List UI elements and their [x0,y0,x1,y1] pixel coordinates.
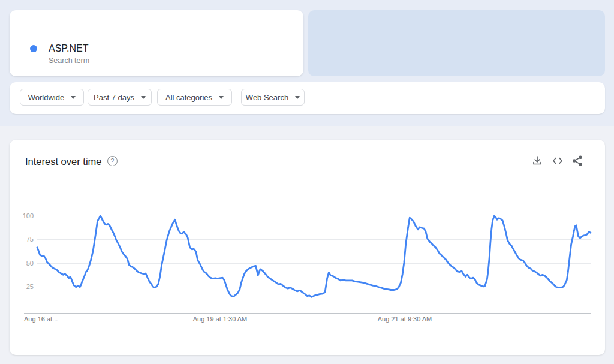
filter-searchtype-dropdown[interactable]: Web Search [241,89,305,106]
chevron-down-icon [141,96,146,99]
xtick-aug16: Aug 16 at... [24,315,58,323]
filter-category-dropdown[interactable]: All categories [157,89,232,106]
search-term-card[interactable]: ASP.NET Search term [10,10,303,76]
help-icon[interactable]: ? [107,156,118,166]
search-term-title: ASP.NET [49,43,88,54]
chevron-down-icon [295,96,300,99]
add-comparison-card[interactable]: + Compare [308,10,605,76]
filter-region-label: Worldwide [28,93,64,102]
filter-region-dropdown[interactable]: Worldwide [20,89,84,106]
trends-explore-page: ASP.NET Search term + Compare Worldwide … [0,0,614,364]
xtick-aug19: Aug 19 at 1:30 AM [172,315,268,323]
chevron-down-icon [219,96,224,99]
filter-category-label: All categories [165,93,212,102]
filter-timerange-dropdown[interactable]: Past 7 days [88,89,152,106]
chart-title: Interest over time [25,156,101,167]
chevron-down-icon [71,96,76,99]
filter-searchtype-label: Web Search [246,93,288,102]
trend-line-chart [37,199,591,313]
search-term-type-label: Search term [49,56,89,65]
embed-code-icon[interactable] [552,155,564,167]
series-color-dot [30,45,37,52]
interest-over-time-card: Interest over time ? 100 75 50 25 [10,140,605,355]
ytick-100: 100 [11,212,34,219]
download-icon[interactable] [531,155,543,167]
x-axis-line [24,313,591,314]
ytick-25: 25 [11,283,34,290]
share-icon[interactable] [571,155,583,167]
filter-timerange-label: Past 7 days [94,93,134,102]
ytick-75: 75 [11,236,34,243]
filter-bar: Worldwide Past 7 days All categories Web… [10,82,605,114]
xtick-aug21: Aug 21 at 9:30 AM [357,315,453,323]
ytick-50: 50 [11,260,34,267]
